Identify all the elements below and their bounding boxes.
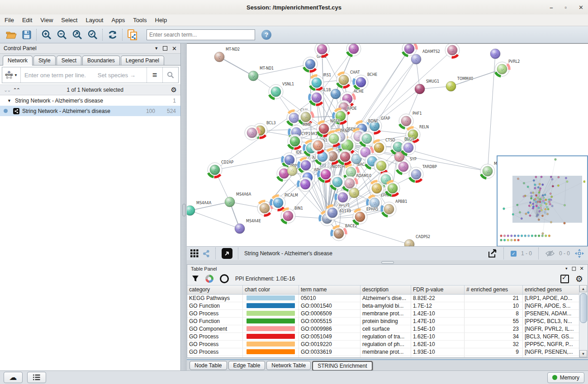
close-panel-icon[interactable]: ✕ bbox=[172, 45, 177, 52]
network-row[interactable]: String Network - Alzheimer's disease 100… bbox=[0, 106, 180, 116]
graph-node[interactable] bbox=[385, 181, 400, 196]
zoom-in-button[interactable] bbox=[39, 28, 54, 42]
graph-node[interactable] bbox=[311, 138, 325, 153]
graph-node[interactable] bbox=[299, 110, 313, 124]
share-network-icon[interactable] bbox=[202, 250, 210, 258]
minimize-button[interactable]: – bbox=[550, 4, 553, 11]
set-species-hint[interactable]: Set species → bbox=[98, 72, 136, 79]
menu-select[interactable]: Select bbox=[61, 17, 77, 23]
filter-icon[interactable] bbox=[192, 275, 199, 282]
graph-node[interactable] bbox=[360, 131, 374, 146]
graph-node-il1b[interactable]: IL1B bbox=[309, 88, 331, 105]
select-terms-icon[interactable] bbox=[560, 275, 569, 283]
tab-edge-table[interactable]: Edge Table bbox=[228, 361, 266, 370]
column-header-description[interactable]: description bbox=[360, 286, 411, 294]
graph-node-bace2[interactable]: BACE2 bbox=[332, 224, 357, 241]
graph-node-vsnl1[interactable]: VSNL1 bbox=[269, 82, 294, 99]
graph-node-tomm40[interactable]: TOMM40 bbox=[446, 77, 473, 91]
graph-node-bin1[interactable]: BIN1 bbox=[281, 206, 303, 223]
column-header-chart-color[interactable]: chart color bbox=[243, 286, 299, 294]
graph-node[interactable] bbox=[338, 150, 352, 164]
zoom-selected-button[interactable] bbox=[85, 28, 100, 42]
open-in-string-button[interactable] bbox=[222, 248, 232, 259]
ring-chart-icon[interactable] bbox=[220, 274, 229, 283]
graph-node-bche[interactable]: BCHE bbox=[354, 73, 377, 89]
refresh-button[interactable] bbox=[105, 28, 120, 42]
graph-node[interactable] bbox=[331, 89, 341, 99]
collapse-all-icon[interactable]: ⌄⌄ bbox=[4, 87, 10, 93]
graph-node-ms4a4e[interactable]: MS4A4E bbox=[235, 219, 261, 234]
cloud-button[interactable]: ☁ bbox=[4, 372, 23, 383]
tree-expander-icon[interactable]: ▼ bbox=[7, 98, 11, 103]
column-header-FDR-p-value[interactable]: FDR p-value bbox=[411, 286, 465, 294]
string-logo-dropdown[interactable]: STRING ▼ bbox=[2, 67, 21, 83]
table-row[interactable]: GO ProcessGO:0006509membrane prot...1.42… bbox=[187, 310, 580, 318]
network-canvas[interactable]: MT-ND2MT-ND1VSNL1GAB2ADAMTS2PVRL2SMUG1TO… bbox=[187, 43, 588, 247]
zoom-fit-button[interactable] bbox=[70, 28, 85, 42]
tab-style[interactable]: Style bbox=[33, 56, 56, 65]
menu-layout[interactable]: Layout bbox=[85, 17, 103, 23]
table-row[interactable]: GO ComponentGO:0009986cell surface1.54E-… bbox=[187, 325, 580, 333]
scroll-down-icon[interactable]: ▼ bbox=[579, 350, 587, 357]
network-from-clipboard-button[interactable] bbox=[125, 28, 140, 42]
grid-icon[interactable] bbox=[190, 249, 199, 258]
table-row[interactable]: GO ProcessGO:0033619membrane prot...1.93… bbox=[187, 348, 580, 356]
zoom-out-button[interactable] bbox=[54, 28, 70, 42]
graph-node-mt-nd1[interactable]: MT-ND1 bbox=[248, 66, 274, 81]
table-row[interactable]: GO FunctionGO:0005515protein binding1.47… bbox=[187, 318, 580, 325]
float-panel-icon[interactable] bbox=[572, 267, 576, 271]
column-header-term-name[interactable]: term name bbox=[299, 286, 360, 294]
graph-node-smug1[interactable]: SMUG1 bbox=[415, 80, 439, 94]
graph-node[interactable] bbox=[330, 175, 345, 189]
graph-node[interactable] bbox=[349, 188, 359, 198]
gear-icon[interactable]: ⚙ bbox=[171, 86, 177, 94]
donut-chart-icon[interactable] bbox=[205, 275, 213, 283]
scrollbar-thumb[interactable] bbox=[580, 293, 587, 323]
tab-string-enrichment[interactable]: STRING Enrichment bbox=[312, 361, 372, 371]
graph-node-apbb1[interactable]: APBB1 bbox=[382, 200, 407, 216]
string-search-icon[interactable] bbox=[162, 67, 178, 83]
graph-node-epha5[interactable]: EPHA5 bbox=[353, 207, 378, 224]
graph-node-pvrl2[interactable]: PVRL2 bbox=[495, 60, 520, 76]
table-scrollbar[interactable]: ▲ ▼ bbox=[579, 285, 587, 357]
table-row[interactable]: GO ProcessGO:0050435beta-amyloid m...2.0… bbox=[187, 356, 580, 358]
graph-node[interactable] bbox=[336, 190, 350, 205]
help-icon[interactable]: ? bbox=[261, 30, 271, 40]
search-input[interactable] bbox=[147, 29, 255, 40]
panel-menu-icon[interactable]: ▼ bbox=[565, 267, 569, 271]
table-row[interactable]: GO FunctionGO:0001540beta-amyloid bi...1… bbox=[187, 302, 580, 310]
column-header--enriched-genes[interactable]: # enriched genes bbox=[465, 286, 523, 294]
graph-node-cadps2[interactable]: CADPS2 bbox=[404, 235, 430, 247]
graph-node-mt-nd2[interactable]: MT-ND2 bbox=[214, 47, 240, 62]
graph-node[interactable] bbox=[287, 166, 297, 176]
tab-network[interactable]: Network bbox=[3, 56, 33, 66]
table-row[interactable]: GO ProcessGO:0051049regulation of tra...… bbox=[187, 333, 580, 341]
close-panel-icon[interactable]: ✕ bbox=[580, 266, 584, 272]
selected-nodes-icon[interactable]: ✓ bbox=[511, 251, 517, 257]
graph-node-ms4a6a[interactable]: MS4A6A bbox=[225, 192, 251, 207]
graph-node[interactable] bbox=[490, 49, 500, 59]
column-header-enriched-genes[interactable]: enriched genes bbox=[523, 286, 580, 294]
graph-node-picalm[interactable]: PICALM bbox=[271, 193, 298, 210]
menu-file[interactable]: File bbox=[5, 17, 14, 23]
string-query-placeholder[interactable]: Enter one term per line. bbox=[24, 72, 86, 79]
tab-select[interactable]: Select bbox=[57, 56, 81, 65]
splitter-handle[interactable] bbox=[381, 261, 394, 264]
graph-node-phf1[interactable]: PHF1 bbox=[399, 112, 422, 128]
graph-node[interactable] bbox=[370, 181, 384, 196]
menu-apps[interactable]: Apps bbox=[112, 17, 125, 23]
table-row[interactable]: GO ProcessGO:0019220regulation of ph...1… bbox=[187, 341, 580, 348]
close-button[interactable]: ✕ bbox=[579, 4, 583, 11]
menu-view[interactable]: View bbox=[40, 17, 53, 23]
graph-node[interactable] bbox=[298, 177, 313, 192]
graph-node[interactable] bbox=[315, 44, 329, 56]
open-session-button[interactable] bbox=[4, 28, 19, 42]
tab-node-table[interactable]: Node Table bbox=[190, 361, 227, 370]
export-network-icon[interactable] bbox=[487, 248, 497, 258]
tab-network-table[interactable]: Network Table bbox=[266, 361, 311, 370]
splitter-handle[interactable] bbox=[182, 204, 186, 216]
birds-eye-view[interactable] bbox=[497, 155, 588, 247]
scroll-up-icon[interactable]: ▲ bbox=[579, 285, 587, 292]
save-session-button[interactable] bbox=[19, 28, 34, 42]
panel-menu-icon[interactable]: ▼ bbox=[154, 46, 158, 51]
